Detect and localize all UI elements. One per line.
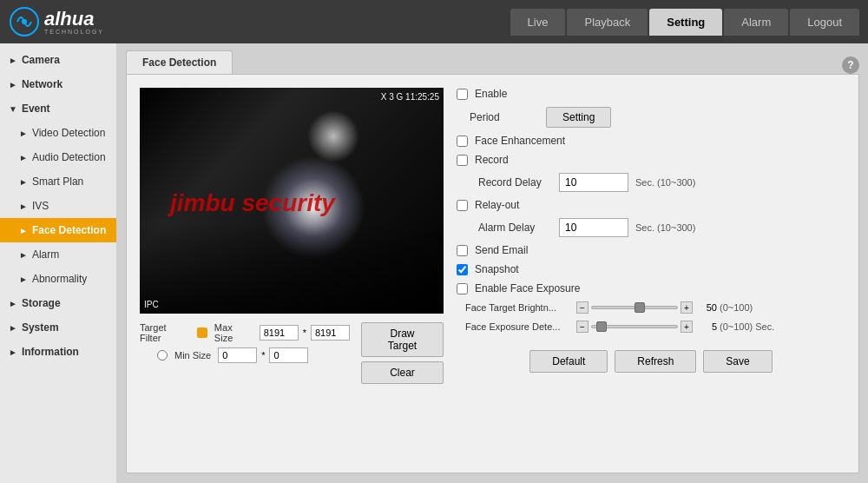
arrow-icon: ► [19,129,28,138]
sidebar-item-face-detection[interactable]: ► Face Detection [0,218,116,242]
arrow-icon: ► [19,177,28,187]
face-exposure-dete-label: Face Exposure Dete... [465,321,569,332]
period-row: Period Setting [470,107,845,128]
logo-sub: TECHNOLOGY [44,29,104,35]
logo: alhua TECHNOLOGY [9,6,104,37]
arrow-icon: ► [19,250,28,260]
logo-icon [9,6,40,37]
tab-logout[interactable]: Logout [790,9,859,36]
face-exposure-dete-range: (0~100) Sec. [720,321,774,332]
enable-face-exposure-checkbox[interactable] [457,283,468,294]
sidebar-item-ivs[interactable]: ► IVS [0,194,116,218]
header: alhua TECHNOLOGY Live Playback Setting A… [0,0,868,43]
sidebar-item-abnormality[interactable]: ► Abnormality [0,267,116,291]
period-setting-button[interactable]: Setting [546,107,611,128]
face-detection-tab[interactable]: Face Detection [126,50,233,74]
settings-panel: Enable Period Setting Face Enhancement [457,88,845,384]
snapshot-checkbox[interactable] [457,264,468,275]
enable-label: Enable [475,88,507,100]
sidebar-item-storage[interactable]: ► Storage [0,291,116,315]
tab-playback[interactable]: Playback [567,9,648,36]
refresh-button[interactable]: Refresh [615,350,696,373]
exposure-increase-btn[interactable]: + [681,321,693,333]
sidebar-item-video-detection[interactable]: ► Video Detection [0,121,116,145]
enable-checkbox[interactable] [457,89,468,100]
video-area: X 3 G 11:25:25 IPC jimbu security Target… [140,88,444,384]
face-exposure-dete-slider: − + 5 (0~100) Sec. [576,321,774,333]
record-checkbox[interactable] [457,155,468,166]
min-size-sep: * [261,350,265,361]
video-source-label: IPC [144,300,159,309]
alarm-delay-unit: Sec. (10~300) [635,222,695,233]
snapshot-label: Snapshot [475,263,519,275]
draw-target-button[interactable]: Draw Target [361,322,444,357]
sidebar-item-information[interactable]: ► Information [0,340,116,364]
sidebar-item-system[interactable]: ► System [0,315,116,340]
sidebar-item-smart-plan[interactable]: ► Smart Plan [0,169,116,194]
video-timestamp: X 3 G 11:25:25 [381,92,439,102]
relay-out-checkbox[interactable] [457,200,468,211]
brightness-increase-btn[interactable]: + [681,301,693,314]
min-size-height[interactable] [269,347,308,363]
snapshot-row: Snapshot [457,263,845,275]
sidebar-item-alarm[interactable]: ► Alarm [0,242,116,267]
face-target-brightness-value: 50 [695,302,717,313]
sidebar-item-event[interactable]: ▼ Event [0,96,116,121]
record-delay-unit: Sec. (10~300) [635,177,695,188]
alarm-delay-input[interactable] [559,218,628,237]
enable-face-exposure-label: Enable Face Exposure [475,282,580,294]
record-row: Record [457,154,845,166]
default-button[interactable]: Default [529,350,608,373]
exposure-decrease-btn[interactable]: − [576,321,589,333]
tab-live[interactable]: Live [510,9,566,36]
record-label: Record [475,154,509,166]
brightness-thumb[interactable] [635,302,645,313]
face-enhancement-row: Face Enhancement [457,135,845,147]
clear-button[interactable]: Clear [361,361,444,384]
face-enhancement-label: Face Enhancement [475,135,565,147]
face-target-brightness-slider: − + 50 (0~100) [576,301,753,314]
content-area: Face Detection ? X 3 G 11:25:25 IPC jimb [117,43,868,483]
max-size-icon [197,328,207,338]
min-size-radio[interactable] [157,350,168,361]
face-target-brightness-range: (0~100) [720,302,753,313]
save-button[interactable]: Save [703,350,772,373]
video-light-effect2 [307,110,359,162]
alarm-delay-row: Alarm Delay Sec. (10~300) [478,218,845,237]
arrow-icon: ► [9,299,17,308]
help-icon[interactable]: ? [842,56,859,74]
max-size-width[interactable] [260,325,299,341]
svg-point-1 [22,19,27,24]
exposure-track[interactable] [591,325,678,328]
nav-tabs: Live Playback Setting Alarm Logout [510,9,859,36]
tab-alarm[interactable]: Alarm [724,9,788,36]
relay-out-row: Relay-out [457,199,845,211]
face-exposure-dete-row: Face Exposure Dete... − + 5 (0~100) Sec. [465,321,845,333]
logo-text: alhua [44,10,104,29]
arrow-icon: ► [9,323,17,333]
max-size-label: Max Size [214,322,253,343]
max-size-height[interactable] [311,325,350,341]
sidebar-item-camera[interactable]: ► Camera [0,48,116,72]
arrow-icon: ► [19,275,28,284]
video-box: X 3 G 11:25:25 IPC jimbu security [140,88,444,314]
record-delay-row: Record Delay Sec. (10~300) [478,173,845,192]
face-target-brightness-row: Face Target Brightn... − + 50 (0~100) [465,301,845,314]
sidebar-item-audio-detection[interactable]: ► Audio Detection [0,145,116,169]
enable-face-exposure-row: Enable Face Exposure [457,282,845,294]
panel: X 3 G 11:25:25 IPC jimbu security Target… [126,74,859,473]
arrow-icon: ► [9,80,17,89]
video-dark-overlay [140,223,444,314]
send-email-checkbox[interactable] [457,245,468,256]
brightness-decrease-btn[interactable]: − [576,301,589,314]
exposure-thumb[interactable] [596,321,607,332]
arrow-icon: ► [19,153,28,162]
min-size-width[interactable] [218,347,257,363]
max-size-sep: * [303,328,306,338]
sidebar: ► Camera ► Network ▼ Event ► Video Detec… [0,43,117,483]
tab-setting[interactable]: Setting [649,9,722,36]
brightness-track[interactable] [591,306,678,309]
face-enhancement-checkbox[interactable] [457,136,468,147]
record-delay-input[interactable] [559,173,628,192]
sidebar-item-network[interactable]: ► Network [0,72,116,96]
